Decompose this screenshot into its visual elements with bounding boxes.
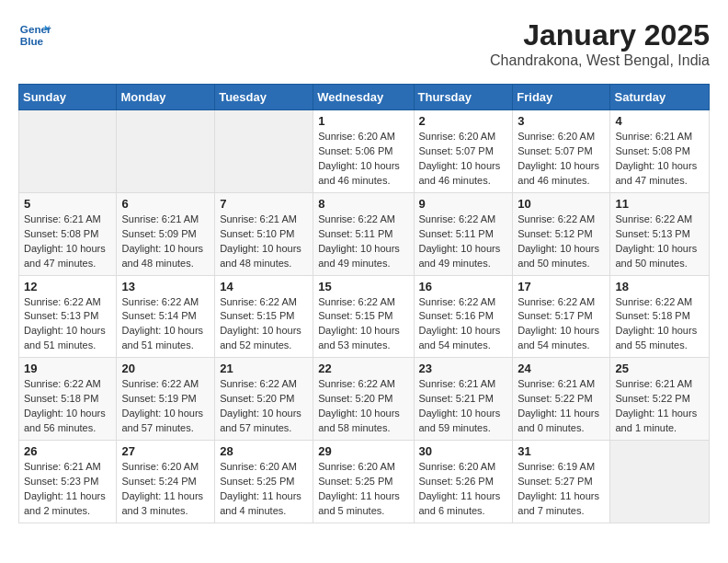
calendar-cell: 23Sunrise: 6:21 AM Sunset: 5:21 PM Dayli… — [414, 358, 513, 441]
cell-content: Sunrise: 6:22 AM Sunset: 5:18 PM Dayligh… — [615, 295, 704, 354]
calendar-cell: 18Sunrise: 6:22 AM Sunset: 5:18 PM Dayli… — [610, 275, 710, 358]
week-row-4: 19Sunrise: 6:22 AM Sunset: 5:18 PM Dayli… — [19, 358, 710, 441]
calendar-cell: 29Sunrise: 6:20 AM Sunset: 5:25 PM Dayli… — [313, 441, 414, 523]
cell-content: Sunrise: 6:19 AM Sunset: 5:27 PM Dayligh… — [518, 460, 605, 519]
cell-content: Sunrise: 6:22 AM Sunset: 5:11 PM Dayligh… — [318, 213, 408, 271]
cell-content: Sunrise: 6:20 AM Sunset: 5:06 PM Dayligh… — [318, 130, 408, 189]
day-number: 5 — [24, 197, 111, 211]
cell-content: Sunrise: 6:22 AM Sunset: 5:20 PM Dayligh… — [318, 377, 408, 436]
cell-content: Sunrise: 6:21 AM Sunset: 5:21 PM Dayligh… — [419, 377, 508, 436]
cell-content: Sunrise: 6:21 AM Sunset: 5:10 PM Dayligh… — [220, 213, 308, 271]
calendar-cell: 31Sunrise: 6:19 AM Sunset: 5:27 PM Dayli… — [513, 441, 610, 523]
calendar-cell: 5Sunrise: 6:21 AM Sunset: 5:08 PM Daylig… — [19, 192, 117, 275]
day-number: 29 — [318, 444, 408, 458]
page-header: General Blue January 2025 Chandrakona, W… — [18, 18, 710, 69]
cell-content: Sunrise: 6:21 AM Sunset: 5:08 PM Dayligh… — [24, 213, 111, 271]
calendar-cell: 9Sunrise: 6:22 AM Sunset: 5:11 PM Daylig… — [414, 192, 513, 275]
cell-content: Sunrise: 6:22 AM Sunset: 5:16 PM Dayligh… — [419, 295, 508, 354]
cell-content: Sunrise: 6:20 AM Sunset: 5:07 PM Dayligh… — [518, 130, 605, 189]
day-number: 2 — [419, 114, 508, 128]
week-row-2: 5Sunrise: 6:21 AM Sunset: 5:08 PM Daylig… — [19, 192, 710, 275]
calendar-cell: 21Sunrise: 6:22 AM Sunset: 5:20 PM Dayli… — [215, 358, 313, 441]
week-row-5: 26Sunrise: 6:21 AM Sunset: 5:23 PM Dayli… — [19, 441, 710, 523]
cell-content: Sunrise: 6:21 AM Sunset: 5:23 PM Dayligh… — [24, 460, 111, 519]
week-row-1: 1Sunrise: 6:20 AM Sunset: 5:06 PM Daylig… — [19, 110, 710, 193]
day-number: 4 — [615, 114, 704, 128]
cell-content: Sunrise: 6:21 AM Sunset: 5:22 PM Dayligh… — [518, 377, 605, 436]
calendar-cell — [610, 441, 710, 523]
calendar-cell: 15Sunrise: 6:22 AM Sunset: 5:15 PM Dayli… — [313, 275, 414, 358]
day-number: 30 — [419, 444, 508, 458]
cell-content: Sunrise: 6:21 AM Sunset: 5:22 PM Dayligh… — [615, 377, 704, 436]
day-number: 22 — [318, 362, 408, 375]
calendar-cell: 17Sunrise: 6:22 AM Sunset: 5:17 PM Dayli… — [513, 275, 610, 358]
day-number: 6 — [121, 197, 210, 211]
weekday-header-row: SundayMondayTuesdayWednesdayThursdayFrid… — [19, 85, 710, 110]
calendar-cell: 3Sunrise: 6:20 AM Sunset: 5:07 PM Daylig… — [513, 110, 610, 193]
calendar-cell: 7Sunrise: 6:21 AM Sunset: 5:10 PM Daylig… — [215, 192, 313, 275]
day-number: 27 — [121, 444, 210, 458]
cell-content: Sunrise: 6:20 AM Sunset: 5:07 PM Dayligh… — [419, 130, 508, 189]
weekday-header-tuesday: Tuesday — [215, 85, 313, 110]
calendar-cell — [215, 110, 313, 193]
calendar-cell: 16Sunrise: 6:22 AM Sunset: 5:16 PM Dayli… — [414, 275, 513, 358]
calendar-cell: 22Sunrise: 6:22 AM Sunset: 5:20 PM Dayli… — [313, 358, 414, 441]
day-number: 13 — [121, 280, 210, 293]
cell-content: Sunrise: 6:20 AM Sunset: 5:26 PM Dayligh… — [419, 460, 508, 519]
day-number: 8 — [318, 197, 408, 211]
calendar-table: SundayMondayTuesdayWednesdayThursdayFrid… — [18, 84, 710, 523]
day-number: 12 — [24, 280, 111, 293]
day-number: 20 — [121, 362, 210, 375]
day-number: 7 — [220, 197, 308, 211]
weekday-header-wednesday: Wednesday — [313, 85, 414, 110]
day-number: 18 — [615, 280, 704, 293]
day-number: 3 — [518, 114, 605, 128]
cell-content: Sunrise: 6:22 AM Sunset: 5:12 PM Dayligh… — [518, 213, 605, 271]
location: Chandrakona, West Bengal, India — [490, 52, 710, 69]
cell-content: Sunrise: 6:22 AM Sunset: 5:20 PM Dayligh… — [220, 377, 308, 436]
day-number: 24 — [518, 362, 605, 375]
cell-content: Sunrise: 6:22 AM Sunset: 5:18 PM Dayligh… — [24, 377, 111, 436]
day-number: 10 — [518, 197, 605, 211]
day-number: 21 — [220, 362, 308, 375]
cell-content: Sunrise: 6:22 AM Sunset: 5:13 PM Dayligh… — [24, 295, 111, 354]
day-number: 9 — [419, 197, 508, 211]
day-number: 28 — [220, 444, 308, 458]
calendar-cell: 13Sunrise: 6:22 AM Sunset: 5:14 PM Dayli… — [117, 275, 215, 358]
day-number: 25 — [615, 362, 704, 375]
calendar-cell — [117, 110, 215, 193]
calendar-cell: 6Sunrise: 6:21 AM Sunset: 5:09 PM Daylig… — [117, 192, 215, 275]
calendar-cell: 11Sunrise: 6:22 AM Sunset: 5:13 PM Dayli… — [610, 192, 710, 275]
cell-content: Sunrise: 6:20 AM Sunset: 5:24 PM Dayligh… — [121, 460, 210, 519]
week-row-3: 12Sunrise: 6:22 AM Sunset: 5:13 PM Dayli… — [19, 275, 710, 358]
cell-content: Sunrise: 6:21 AM Sunset: 5:08 PM Dayligh… — [615, 130, 704, 189]
calendar-cell: 24Sunrise: 6:21 AM Sunset: 5:22 PM Dayli… — [513, 358, 610, 441]
weekday-header-sunday: Sunday — [19, 85, 117, 110]
day-number: 11 — [615, 197, 704, 211]
cell-content: Sunrise: 6:22 AM Sunset: 5:13 PM Dayligh… — [615, 213, 704, 271]
calendar-cell: 12Sunrise: 6:22 AM Sunset: 5:13 PM Dayli… — [19, 275, 117, 358]
calendar-cell: 4Sunrise: 6:21 AM Sunset: 5:08 PM Daylig… — [610, 110, 710, 193]
logo: General Blue — [18, 18, 51, 52]
cell-content: Sunrise: 6:22 AM Sunset: 5:11 PM Dayligh… — [419, 213, 508, 271]
calendar-cell: 25Sunrise: 6:21 AM Sunset: 5:22 PM Dayli… — [610, 358, 710, 441]
weekday-header-friday: Friday — [513, 85, 610, 110]
cell-content: Sunrise: 6:22 AM Sunset: 5:14 PM Dayligh… — [121, 295, 210, 354]
calendar-cell: 28Sunrise: 6:20 AM Sunset: 5:25 PM Dayli… — [215, 441, 313, 523]
svg-text:Blue: Blue — [20, 35, 44, 47]
calendar-cell: 26Sunrise: 6:21 AM Sunset: 5:23 PM Dayli… — [19, 441, 117, 523]
calendar-cell: 14Sunrise: 6:22 AM Sunset: 5:15 PM Dayli… — [215, 275, 313, 358]
calendar-cell: 20Sunrise: 6:22 AM Sunset: 5:19 PM Dayli… — [117, 358, 215, 441]
logo-icon: General Blue — [18, 18, 51, 52]
calendar-cell: 2Sunrise: 6:20 AM Sunset: 5:07 PM Daylig… — [414, 110, 513, 193]
day-number: 31 — [518, 444, 605, 458]
title-block: January 2025 Chandrakona, West Bengal, I… — [490, 18, 710, 69]
day-number: 16 — [419, 280, 508, 293]
day-number: 15 — [318, 280, 408, 293]
cell-content: Sunrise: 6:20 AM Sunset: 5:25 PM Dayligh… — [220, 460, 308, 519]
cell-content: Sunrise: 6:22 AM Sunset: 5:15 PM Dayligh… — [318, 295, 408, 354]
calendar-cell — [19, 110, 117, 193]
day-number: 19 — [24, 362, 111, 375]
month-title: January 2025 — [490, 18, 710, 52]
calendar-cell: 10Sunrise: 6:22 AM Sunset: 5:12 PM Dayli… — [513, 192, 610, 275]
